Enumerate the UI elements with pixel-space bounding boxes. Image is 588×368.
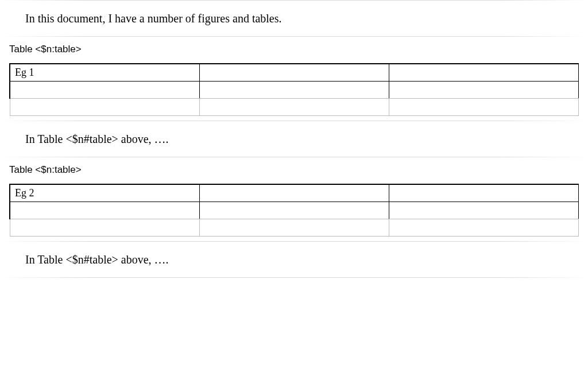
table-row: [10, 202, 579, 219]
table-cell: [389, 219, 578, 237]
table-cell: [10, 99, 199, 116]
table-cell: [10, 82, 199, 99]
table-row: Eg 1: [10, 64, 579, 82]
table-cell: [10, 202, 199, 219]
table-cell: [199, 64, 389, 82]
followup-section-1: In Table <$n#table> above, ….: [0, 121, 588, 157]
followup-text: In Table <$n#table> above, ….: [0, 130, 588, 148]
example-table-2: Eg 2: [9, 184, 579, 237]
table-row: [10, 99, 579, 116]
table-caption: Table <$n:table>: [9, 44, 588, 55]
table-caption: Table <$n:table>: [9, 164, 588, 176]
table-row: [10, 219, 579, 237]
table-cell: Eg 1: [10, 64, 199, 82]
table-row: [10, 82, 579, 99]
intro-section: In this document, I have a number of fig…: [0, 0, 588, 37]
table-block-1: Table <$n:table> Eg 1: [0, 44, 588, 116]
table-cell: [199, 82, 389, 99]
followup-section-2: In Table <$n#table> above, ….: [0, 241, 588, 278]
table-cell: [389, 99, 578, 116]
table-cell: [389, 184, 578, 202]
intro-text: In this document, I have a number of fig…: [0, 9, 588, 28]
table-cell: [199, 184, 389, 202]
table-cell: [199, 99, 389, 116]
table-block-2: Table <$n:table> Eg 2: [0, 164, 588, 237]
followup-text: In Table <$n#table> above, ….: [0, 250, 588, 269]
example-table-1: Eg 1: [9, 63, 579, 116]
table-row: Eg 2: [10, 184, 579, 202]
table-cell: [389, 64, 578, 82]
table-cell: [199, 202, 389, 219]
table-cell: Eg 2: [10, 184, 199, 202]
table-cell: [199, 219, 389, 237]
table-cell: [389, 202, 578, 219]
table-cell: [389, 82, 578, 99]
table-cell: [10, 219, 199, 237]
